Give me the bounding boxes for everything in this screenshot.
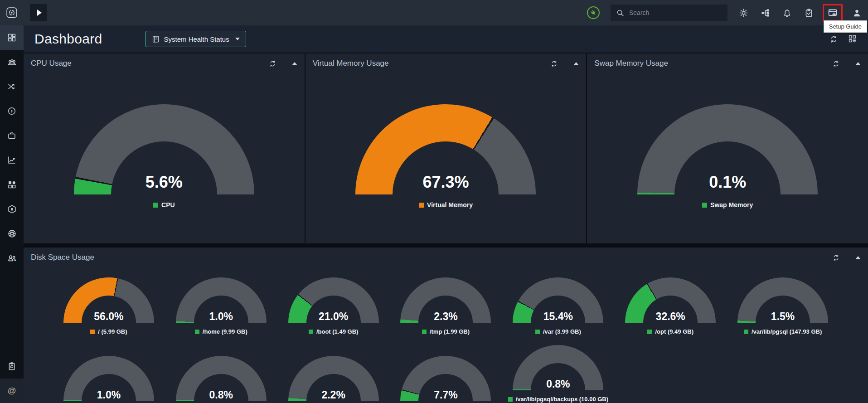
panel-refresh-icon[interactable] — [550, 60, 558, 68]
search-box[interactable] — [611, 5, 727, 21]
panel-title: Disk Space Usage — [31, 253, 94, 262]
panel-collapse-icon[interactable] — [855, 256, 861, 259]
sidebar-item-quick-actions[interactable] — [0, 99, 24, 123]
sidebar-item-admin[interactable] — [0, 221, 24, 246]
sidebar-item-users[interactable] — [0, 246, 24, 270]
disk-gauge: 1.0% — [176, 277, 267, 323]
reports-chart-icon — [7, 155, 16, 165]
gauge-value: 67.3% — [355, 173, 536, 192]
page-header: Dashboard System Health Status — [24, 25, 868, 53]
panel-disk-space-usage: Disk Space Usage 56.0% / (5.99 GB) — [24, 248, 868, 403]
inventory-briefcase-icon — [7, 131, 16, 140]
quick-flash-icon — [7, 107, 16, 116]
legend-swatch — [90, 330, 95, 334]
sidebar-item-alarms[interactable] — [0, 197, 24, 221]
user-profile-icon[interactable] — [852, 8, 862, 18]
search-input[interactable] — [629, 9, 722, 16]
notifications-bell-icon[interactable] — [782, 8, 792, 18]
disk-gauge-cell: 2.2% — [277, 356, 390, 403]
legend-swatch — [647, 330, 652, 334]
expand-menu-button[interactable] — [30, 4, 47, 21]
network-flow-icon — [7, 82, 16, 91]
dashboard-grid-icon — [7, 33, 16, 42]
panel-collapse-icon[interactable] — [573, 62, 579, 65]
disk-gauges-row-1: 56.0% / (5.99 GB) 1.0% /home (9.99 GB) 2… — [24, 277, 868, 335]
disk-gauge: 15.4% — [513, 277, 603, 323]
disk-gauge-cell: 32.6% /opt (9.49 GB) — [614, 277, 727, 335]
gauge-value: 0.1% — [637, 173, 818, 192]
dashboard-view-label: System Health Status — [164, 35, 229, 43]
panel-title: Swap Memory Usage — [594, 59, 668, 68]
panel-title: Virtual Memory Usage — [313, 59, 389, 68]
disk-gauge: 1.5% — [737, 277, 828, 323]
setup-guide-tooltip: Setup Guide — [824, 20, 867, 33]
swap-memory-gauge: 0.1% — [637, 104, 818, 194]
disk-gauge-cell: 1.0% — [53, 356, 165, 403]
settings-gear-icon[interactable] — [738, 8, 748, 18]
disk-gauges-row-2: 1.0% 0.8% 2.2% 7.7% — [24, 356, 868, 403]
sidebar-item-network-flow[interactable] — [0, 74, 24, 99]
panel-collapse-icon[interactable] — [855, 62, 861, 65]
disk-gauge-cell: 0.8% — [165, 356, 277, 403]
panel-refresh-icon[interactable] — [269, 60, 276, 68]
widgets-icon — [7, 180, 16, 189]
sidebar-item-reports[interactable] — [0, 148, 24, 172]
setup-guide-highlight-box — [823, 4, 843, 21]
tasks-clipboard-icon[interactable] — [804, 8, 814, 18]
legend-swatch — [195, 330, 199, 334]
health-plug-icon[interactable] — [587, 6, 600, 19]
sidebar-item-widgets[interactable] — [0, 172, 24, 197]
top-bar: Setup Guide — [0, 0, 868, 25]
disk-gauge: 21.0% — [288, 277, 379, 323]
disk-gauge: 7.7% — [400, 356, 491, 401]
virtual-memory-gauge: 67.3% — [355, 104, 536, 194]
main-content: Dashboard System Health Status — [24, 25, 868, 403]
disk-gauge: 2.2% — [288, 356, 379, 401]
legend-swatch — [153, 203, 158, 208]
panel-collapse-icon[interactable] — [292, 62, 297, 65]
search-icon — [616, 9, 625, 17]
panel-refresh-icon[interactable] — [832, 60, 840, 68]
panel-refresh-icon[interactable] — [832, 254, 840, 262]
disk-gauge: 56.0% — [63, 277, 154, 323]
users-icon — [7, 253, 17, 263]
sidebar-item-audit[interactable] — [0, 354, 24, 379]
admin-wheel-icon — [7, 229, 17, 238]
gauge-legend: CPU — [24, 201, 305, 209]
disk-gauge: 32.6% — [625, 277, 716, 323]
sidebar-item-support[interactable]: @ — [0, 379, 24, 403]
legend-swatch — [535, 330, 540, 334]
disk-gauge-cell: 2.3% /tmp (1.99 GB) — [390, 277, 502, 335]
gauge-legend: Swap Memory — [587, 201, 868, 209]
legend-swatch — [508, 397, 513, 402]
panel-cpu-usage: CPU Usage 5.6% — [24, 53, 305, 243]
gauge-legend: Virtual Memory — [305, 201, 587, 209]
sidebar-nav: @ — [0, 25, 24, 403]
support-at-icon: @ — [8, 386, 16, 396]
cpu-gauge: 5.6% — [74, 104, 254, 194]
app-logo[interactable] — [0, 0, 24, 25]
legend-swatch — [744, 330, 748, 334]
legend-swatch — [309, 330, 313, 334]
app-logo-icon — [6, 7, 18, 19]
page-title: Dashboard — [34, 31, 102, 47]
disk-gauge-cell: 1.5% /var/lib/pgsql (147.93 GB) — [727, 277, 839, 335]
disk-gauge-cell: 1.0% /home (9.99 GB) — [165, 277, 277, 335]
disk-gauge-cell: 21.0% /boot (1.49 GB) — [277, 277, 390, 335]
refresh-icon[interactable] — [829, 34, 838, 44]
panel-swap-memory-usage: Swap Memory Usage 0.1% — [587, 53, 868, 243]
setup-guide-icon[interactable] — [828, 8, 838, 18]
legend-swatch — [702, 203, 707, 208]
panel-title: CPU Usage — [31, 59, 72, 68]
sidebar-item-inventory[interactable] — [0, 123, 24, 148]
disk-gauge: 2.3% — [400, 277, 491, 323]
dashboard-settings-icon[interactable] — [848, 34, 857, 44]
disk-gauge: 0.8% — [176, 356, 267, 401]
sitemap-icon[interactable] — [760, 8, 770, 18]
disk-gauge: 1.0% — [63, 356, 154, 401]
dashboard-view-selector[interactable]: System Health Status — [145, 31, 246, 47]
sidebar-item-monitor-groups[interactable] — [0, 50, 24, 74]
sidebar-item-dashboard[interactable] — [0, 25, 24, 50]
disk-gauge-cell: 0.8% /var/lib/pgsql/backups (10.00 GB) — [502, 345, 614, 403]
chevron-down-icon — [235, 38, 240, 40]
